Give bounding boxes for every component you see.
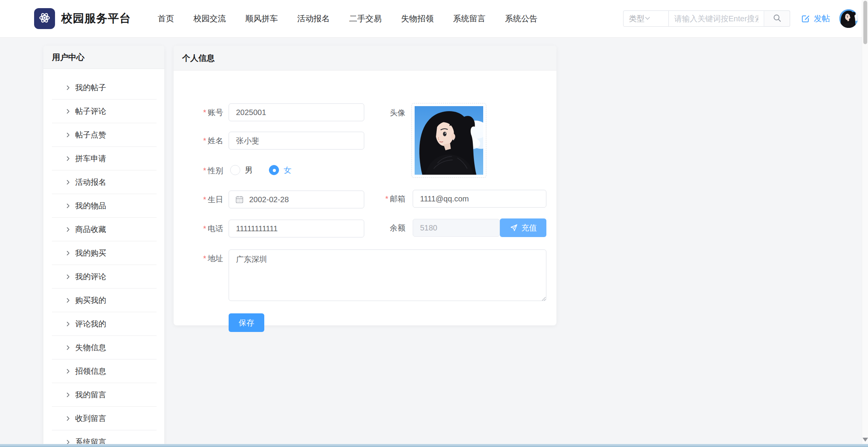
chevron-right-icon bbox=[65, 132, 71, 138]
avatar-label: 头像 bbox=[356, 108, 405, 117]
search-bar: 类型 发帖 bbox=[623, 9, 858, 28]
account-label: *账号 bbox=[174, 108, 223, 117]
birthday-date-picker bbox=[229, 191, 364, 208]
chevron-right-icon bbox=[65, 227, 71, 232]
page: { "header": { "brand": "校园服务平台", "nav_it… bbox=[0, 0, 868, 447]
recharge-button[interactable]: 充值 bbox=[500, 218, 546, 237]
chevron-right-icon bbox=[65, 250, 71, 256]
chevron-right-icon bbox=[65, 108, 71, 114]
user-center-sidebar: 用户中心 我的帖子 帖子评论 bbox=[43, 46, 164, 447]
sidebar-menu-item-label: 商品收藏 bbox=[75, 224, 106, 235]
nav-item[interactable]: 失物招领 bbox=[391, 13, 443, 24]
recharge-label: 充值 bbox=[522, 223, 537, 233]
edit-icon bbox=[801, 14, 810, 23]
sidebar-menu-item-label: 帖子评论 bbox=[75, 106, 106, 117]
sidebar-menu-item-label: 我的留言 bbox=[75, 390, 106, 400]
sidebar-menu-item[interactable]: 招领信息 bbox=[43, 359, 164, 383]
profile-avatar-image bbox=[415, 106, 483, 175]
nav-item[interactable]: 校园交流 bbox=[184, 13, 236, 24]
sidebar-menu: 我的帖子 帖子评论 帖子点赞 bbox=[43, 69, 164, 447]
sidebar-menu-item-label: 收到留言 bbox=[75, 413, 106, 424]
name-label: *姓名 bbox=[174, 136, 223, 145]
nav-item[interactable]: 二手交易 bbox=[339, 13, 391, 24]
main-nav: 首页 校园交流 顺风拼车 活动报名 二手交易 失物招领 系统留言 系统公告 bbox=[148, 13, 547, 24]
gender-option-male[interactable]: 男 bbox=[230, 165, 253, 175]
nav-item[interactable]: 系统公告 bbox=[495, 13, 547, 24]
gender-radio-group: 男 女 bbox=[230, 163, 291, 177]
sidebar-menu-item[interactable]: 我的帖子 bbox=[43, 76, 164, 100]
sidebar-menu-item[interactable]: 帖子评论 bbox=[43, 100, 164, 123]
email-input[interactable] bbox=[413, 190, 546, 208]
gender-option-male-label: 男 bbox=[245, 165, 253, 175]
chevron-right-icon bbox=[65, 179, 71, 185]
sidebar-menu-item[interactable]: 我的留言 bbox=[43, 383, 164, 407]
chevron-down-icon bbox=[644, 14, 651, 23]
search-button[interactable] bbox=[764, 10, 790, 27]
vertical-scrollbar-thumb[interactable] bbox=[863, 1, 867, 44]
sidebar-menu-item[interactable]: 评论我的 bbox=[43, 312, 164, 336]
sidebar-menu-item[interactable]: 帖子点赞 bbox=[43, 123, 164, 147]
sidebar-menu-item[interactable]: 我的购买 bbox=[43, 241, 164, 265]
vertical-scrollbar[interactable] bbox=[862, 0, 868, 444]
search-icon bbox=[772, 13, 782, 24]
chevron-right-icon bbox=[65, 392, 71, 398]
name-input[interactable] bbox=[229, 132, 364, 150]
nav-item[interactable]: 系统留言 bbox=[443, 13, 495, 24]
gender-label: *性别 bbox=[174, 166, 223, 175]
chevron-right-icon bbox=[65, 368, 71, 374]
sidebar-menu-item-label: 我的评论 bbox=[75, 272, 106, 282]
chevron-right-icon bbox=[65, 156, 71, 162]
sidebar-menu-item-label: 我的帖子 bbox=[75, 83, 106, 93]
address-label: *地址 bbox=[174, 254, 223, 263]
sidebar-menu-item[interactable]: 我的评论 bbox=[43, 265, 164, 289]
sidebar-menu-item[interactable]: 商品收藏 bbox=[43, 218, 164, 241]
create-post-label: 发帖 bbox=[814, 13, 830, 24]
chevron-right-icon bbox=[65, 345, 71, 351]
chevron-right-icon bbox=[65, 321, 71, 327]
profile-form: *账号 *姓名 *性别 男 女 *生日 bbox=[174, 70, 556, 325]
sidebar-menu-item-label: 活动报名 bbox=[75, 177, 106, 187]
horizontal-scrollbar[interactable] bbox=[0, 444, 868, 447]
profile-card: 个人信息 *账号 *姓名 *性别 男 女 *生日 bbox=[174, 46, 556, 325]
birthday-input[interactable] bbox=[229, 191, 364, 208]
nav-item[interactable]: 首页 bbox=[148, 13, 184, 24]
account-input[interactable] bbox=[229, 103, 364, 121]
top-navbar: 校园服务平台 首页 校园交流 顺风拼车 活动报名 二手交易 失物招领 系统留言 … bbox=[0, 0, 868, 38]
sidebar-menu-item-label: 招领信息 bbox=[75, 366, 106, 377]
radio-icon bbox=[230, 165, 240, 175]
sidebar-menu-item-label: 拼车申请 bbox=[75, 153, 106, 164]
nav-item[interactable]: 顺风拼车 bbox=[236, 13, 288, 24]
search-type-value: 类型 bbox=[629, 14, 644, 24]
gender-option-female[interactable]: 女 bbox=[269, 165, 291, 175]
sidebar-menu-item[interactable]: 购买我的 bbox=[43, 289, 164, 312]
sidebar-menu-item[interactable]: 我的物品 bbox=[43, 194, 164, 218]
birthday-label: *生日 bbox=[174, 195, 223, 204]
sidebar-menu-item[interactable]: 失物信息 bbox=[43, 336, 164, 359]
sidebar-title: 用户中心 bbox=[43, 46, 164, 69]
user-avatar[interactable] bbox=[839, 9, 858, 28]
save-button[interactable]: 保存 bbox=[229, 313, 264, 332]
nav-item[interactable]: 活动报名 bbox=[288, 13, 339, 24]
sidebar-menu-item[interactable]: 活动报名 bbox=[43, 170, 164, 194]
brand-link[interactable]: 校园服务平台 bbox=[34, 8, 131, 29]
scroll-down-arrow-icon[interactable] bbox=[863, 438, 868, 442]
sidebar-menu-item-label: 失物信息 bbox=[75, 342, 106, 353]
gender-option-female-label: 女 bbox=[284, 165, 291, 175]
address-textarea[interactable]: 广东深圳 bbox=[229, 249, 546, 301]
sidebar-menu-item-label: 帖子点赞 bbox=[75, 130, 106, 140]
sidebar-menu-item[interactable]: 拼车申请 bbox=[43, 147, 164, 170]
balance-label: 余额 bbox=[356, 223, 405, 232]
chevron-right-icon bbox=[65, 203, 71, 209]
phone-input[interactable] bbox=[229, 220, 364, 237]
sidebar-menu-item[interactable]: 收到留言 bbox=[43, 407, 164, 430]
search-input[interactable] bbox=[669, 10, 764, 27]
radio-checked-icon bbox=[269, 165, 279, 175]
sidebar-menu-item-label: 我的物品 bbox=[75, 201, 106, 211]
sidebar-menu-item-label: 我的购买 bbox=[75, 248, 106, 258]
chevron-right-icon bbox=[65, 297, 71, 303]
avatar-upload-box[interactable] bbox=[412, 103, 486, 178]
search-type-select[interactable]: 类型 bbox=[623, 10, 669, 27]
atom-icon bbox=[37, 10, 52, 27]
create-post-link[interactable]: 发帖 bbox=[801, 13, 830, 24]
balance-input bbox=[413, 219, 500, 237]
